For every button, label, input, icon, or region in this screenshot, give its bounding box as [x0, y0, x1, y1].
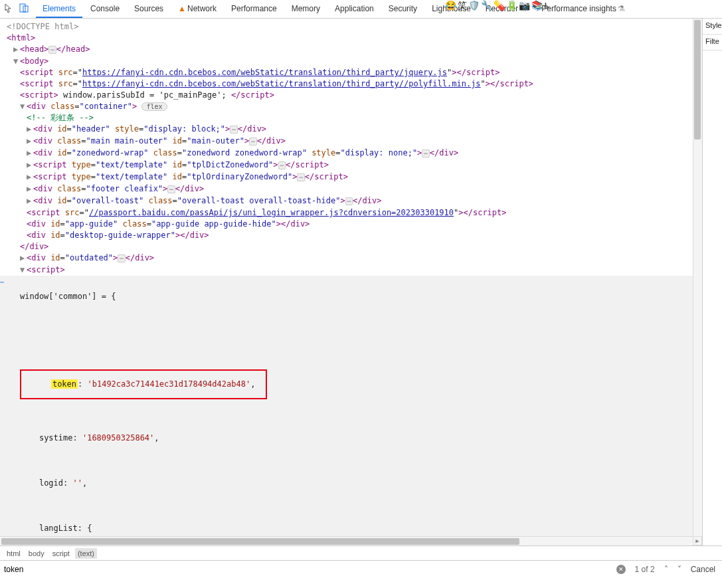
tab-memory[interactable]: Memory — [285, 1, 327, 18]
tab-security[interactable]: Security — [382, 1, 424, 18]
expand-caret[interactable]: ▶ — [27, 136, 33, 147]
sidebar-filter[interactable]: Filte — [703, 35, 722, 50]
ext-icon[interactable]: 🔋 — [506, 0, 517, 12]
vertical-scrollbar[interactable] — [693, 19, 702, 545]
flex-badge[interactable]: flex — [141, 102, 167, 111]
search-bar: ✕ 1 of 2 ˄ ˅ Cancel — [0, 560, 722, 577]
ext-icon[interactable]: ♿ — [544, 0, 549, 12]
tab-perf-insights[interactable]: Performance insights⚗ — [535, 1, 632, 18]
expand-caret[interactable]: ▶ — [13, 44, 20, 55]
search-next-icon[interactable]: ˅ — [677, 565, 681, 574]
svg-rect-0 — [20, 4, 25, 12]
ellipsis-icon[interactable]: ⋯ — [48, 46, 56, 54]
devtools-toolbar: Elements Console Sources ▲Network Perfor… — [0, 0, 722, 19]
collapse-caret[interactable]: ▼ — [13, 56, 20, 67]
js-text: window['common'] = { — [20, 292, 116, 301]
clear-search-icon[interactable]: ✕ — [616, 565, 626, 574]
script-src-link[interactable]: https://fanyi-cdn.cdn.bcebos.com/webStat… — [82, 68, 447, 77]
script-src-link[interactable]: //passport.baidu.com/passApi/js/uni_logi… — [89, 208, 454, 217]
collapse-caret[interactable]: ▼ — [20, 101, 27, 112]
scroll-right-arrow[interactable]: ▶ — [693, 536, 702, 545]
search-prev-icon[interactable]: ˄ — [664, 565, 668, 574]
inspect-icon[interactable] — [4, 3, 15, 15]
selected-indicator: ⋯ — [0, 276, 4, 288]
comment-node[interactable]: <!-- 彩虹条 --> — [27, 113, 94, 122]
expand-caret[interactable]: ▶ — [27, 124, 33, 135]
expand-caret[interactable]: ▶ — [27, 183, 33, 195]
ext-icon[interactable]: 🔧 — [481, 0, 492, 12]
search-input[interactable] — [0, 562, 616, 577]
search-match: token — [51, 379, 78, 389]
ext-icon[interactable]: 📚 — [531, 0, 543, 12]
cancel-button[interactable]: Cancel — [691, 565, 715, 574]
tab-application[interactable]: Application — [328, 1, 381, 18]
crumb-body[interactable]: body — [26, 548, 47, 559]
experiment-icon: ⚗ — [618, 4, 625, 13]
dom-tree[interactable]: <!DOCTYPE html> <html> ▶<head>⋯</head> ▼… — [0, 19, 702, 545]
tab-elements[interactable]: Elements — [36, 1, 82, 18]
script-src-link[interactable]: https://fanyi-cdn.cdn.bcebos.com/webStat… — [82, 79, 481, 88]
expand-caret[interactable]: ▶ — [27, 147, 33, 159]
ext-icon[interactable]: 📷 — [519, 0, 530, 12]
search-count: 1 of 2 — [635, 565, 655, 574]
expand-caret[interactable]: ▶ — [27, 159, 33, 171]
scrollbar-thumb[interactable] — [694, 20, 701, 140]
tab-sources[interactable]: Sources — [128, 1, 170, 18]
sidebar-tab-styles[interactable]: Style — [703, 19, 722, 35]
expand-caret[interactable]: ▶ — [20, 252, 27, 264]
ext-icon[interactable]: 笑 — [458, 0, 467, 12]
ext-icon[interactable]: 🛡️ — [468, 0, 480, 12]
crumb-script[interactable]: script — [50, 548, 72, 559]
crumb-html[interactable]: html — [4, 548, 23, 559]
browser-extension-icons: 😂 笑 🛡️ 🔧 💊 🔋 📷 📚 ♿ — [445, 0, 549, 12]
styles-sidebar: Style Filte — [702, 19, 722, 545]
crumb-text[interactable]: (text) — [75, 548, 97, 559]
collapse-caret[interactable]: ▼ — [20, 264, 27, 276]
scrollbar-thumb[interactable] — [1, 538, 519, 545]
tab-network[interactable]: ▲Network — [171, 1, 223, 18]
breadcrumb: html body script (text) — [0, 545, 722, 560]
doctype-node[interactable]: <!DOCTYPE html> — [7, 22, 78, 31]
device-toolbar-icon[interactable] — [19, 3, 29, 15]
script-text-node[interactable]: window['common'] = { token: 'b1492ca3c71… — [0, 276, 695, 545]
ext-icon[interactable]: 😂 — [445, 0, 456, 12]
expand-caret[interactable]: ▶ — [27, 171, 33, 183]
tab-console[interactable]: Console — [84, 1, 126, 18]
elements-panel: <!DOCTYPE html> <html> ▶<head>⋯</head> ▼… — [0, 19, 702, 545]
ext-icon[interactable]: 💊 — [494, 0, 505, 12]
tab-performance[interactable]: Performance — [225, 1, 284, 18]
warning-icon: ▲ — [178, 4, 186, 13]
horizontal-scrollbar[interactable] — [0, 536, 693, 545]
highlight-annotation: token: 'b1492ca3c71441ec31d178494d42ab48… — [20, 369, 267, 399]
expand-caret[interactable]: ▶ — [27, 195, 33, 207]
